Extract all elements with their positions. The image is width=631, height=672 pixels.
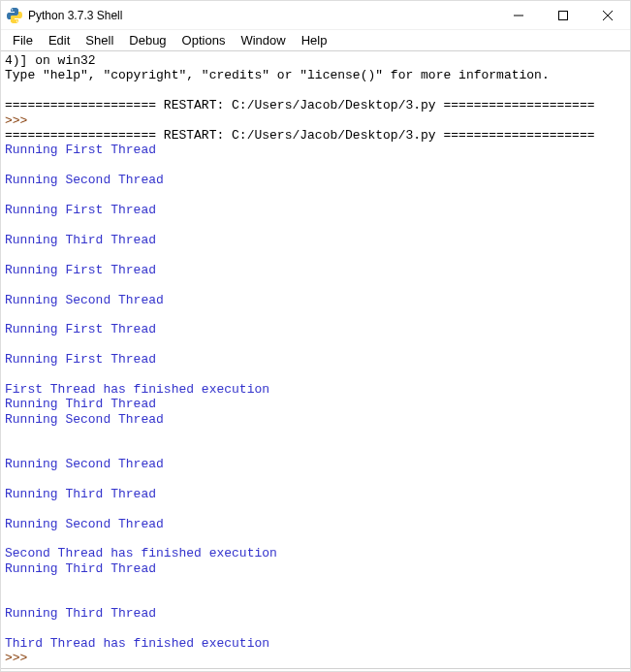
- console-line: [5, 217, 626, 232]
- console-line: Running Third Thread: [5, 233, 626, 247]
- console-line: Running First Thread: [5, 352, 626, 367]
- console-line: Running Third Thread: [5, 397, 626, 411]
- console-line: Running Second Thread: [5, 457, 626, 471]
- console-line: [5, 471, 626, 486]
- console-line: ==================== RESTART: C:/Users/J…: [5, 128, 626, 143]
- maximize-button[interactable]: [541, 1, 585, 29]
- console-line: ==================== RESTART: C:/Users/J…: [5, 98, 626, 112]
- console-line: [5, 83, 626, 98]
- menubar: File Edit Shell Debug Options Window Hel…: [1, 30, 630, 51]
- window-title: Python 3.7.3 Shell: [28, 9, 496, 22]
- console-line: [5, 188, 626, 203]
- console-line: [5, 621, 626, 635]
- console-line: [5, 247, 626, 262]
- python-icon: [7, 8, 22, 23]
- console-line: [5, 576, 626, 591]
- console-line: Running Second Thread: [5, 293, 626, 307]
- console-line: Second Thread has finished execution: [5, 546, 626, 560]
- console-line: [5, 368, 626, 382]
- console-line: [5, 307, 626, 322]
- console-line: [5, 531, 626, 546]
- console-line: Running Second Thread: [5, 412, 626, 427]
- console-line: Running First Thread: [5, 203, 626, 217]
- close-button[interactable]: [585, 1, 630, 29]
- console-line: [5, 427, 626, 441]
- svg-point-1: [16, 20, 18, 22]
- svg-rect-3: [559, 11, 568, 19]
- menu-options[interactable]: Options: [174, 32, 234, 48]
- console-line: [5, 592, 626, 606]
- menu-shell[interactable]: Shell: [78, 32, 121, 48]
- console-line: >>>: [5, 651, 626, 665]
- console-line: Running Third Thread: [5, 606, 626, 621]
- menu-help[interactable]: Help: [294, 32, 335, 48]
- console-line: Running Second Thread: [5, 173, 626, 187]
- console-line: [5, 277, 626, 292]
- titlebar: Python 3.7.3 Shell: [1, 1, 630, 30]
- console-line: Running First Thread: [5, 143, 626, 157]
- window-controls: [496, 1, 630, 29]
- console-line: [5, 158, 626, 173]
- console-line: Running Third Thread: [5, 487, 626, 501]
- console-line: Running First Thread: [5, 263, 626, 277]
- console-line: Running Third Thread: [5, 561, 626, 576]
- menu-window[interactable]: Window: [233, 32, 293, 48]
- menu-file[interactable]: File: [5, 32, 41, 48]
- console-line: Third Thread has finished execution: [5, 636, 626, 651]
- console-line: First Thread has finished execution: [5, 382, 626, 397]
- console-line: [5, 442, 626, 457]
- console-line: >>>: [5, 113, 626, 128]
- console-line: 4)] on win32: [5, 53, 626, 68]
- shell-output[interactable]: 4)] on win32Type "help", "copyright", "c…: [1, 51, 630, 669]
- console-line: [5, 501, 626, 516]
- menu-debug[interactable]: Debug: [121, 32, 174, 48]
- svg-point-0: [12, 9, 14, 11]
- menu-edit[interactable]: Edit: [41, 32, 78, 48]
- console-line: [5, 337, 626, 352]
- console-line: Running Second Thread: [5, 517, 626, 531]
- console-line: Type "help", "copyright", "credits" or "…: [5, 68, 626, 82]
- minimize-button[interactable]: [496, 1, 541, 29]
- console-line: Running First Thread: [5, 322, 626, 336]
